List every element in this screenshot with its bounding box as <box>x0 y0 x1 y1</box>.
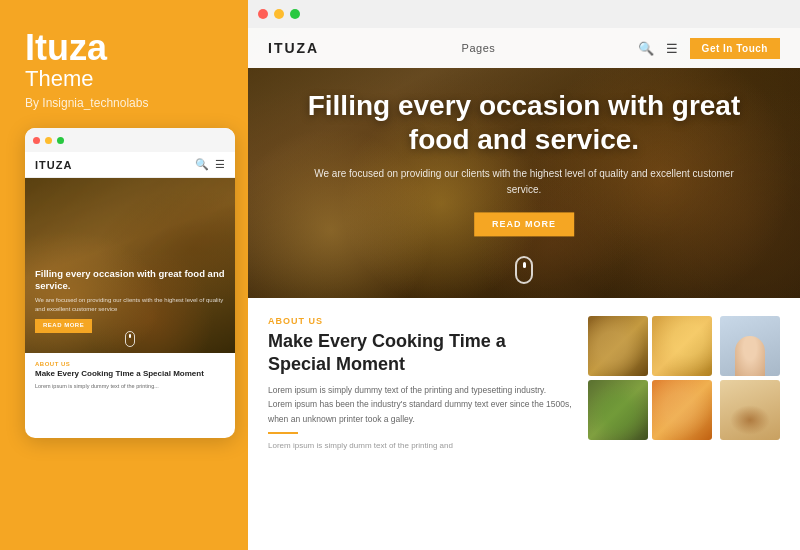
get-in-touch-button[interactable]: Get In Touch <box>690 38 780 59</box>
about-label: ABOUT US <box>268 316 572 326</box>
main-dot-yellow <box>274 9 284 19</box>
food-image-3 <box>588 380 648 440</box>
mini-about-label: ABOUT US <box>35 361 225 367</box>
main-hero: Filling every occasion with great food a… <box>248 28 800 298</box>
main-logo: ITUZA <box>268 40 319 56</box>
mini-dot-green <box>57 137 64 144</box>
main-dot-green <box>290 9 300 19</box>
main-dot-red <box>258 9 268 19</box>
mini-about: ABOUT US Make Every Cooking Time a Speci… <box>25 353 235 395</box>
mini-read-more-button[interactable]: READ MORE <box>35 319 92 333</box>
main-hero-content: Filling every occasion with great food a… <box>303 89 745 236</box>
main-menu-icon[interactable]: ☰ <box>666 41 678 56</box>
about-image-grid <box>588 316 712 532</box>
mini-dot-yellow <box>45 137 52 144</box>
about-body: Lorem ipsum is simply dummy text of the … <box>268 383 572 426</box>
mini-scroll-dot <box>129 334 131 338</box>
brand-by: By Insignia_technolabs <box>25 96 148 110</box>
mini-hero-text: Filling every occasion with great food a… <box>35 268 225 333</box>
person-image-top <box>720 316 780 376</box>
mini-browser-card: ITUZA 🔍 ☰ Filling every occasion with gr… <box>25 128 235 438</box>
food-image-4 <box>652 380 712 440</box>
person-image-bottom <box>720 380 780 440</box>
main-nav-pages[interactable]: Pages <box>462 42 496 54</box>
main-read-more-button[interactable]: READ MORE <box>474 213 574 237</box>
mini-about-title: Make Every Cooking Time a Special Moment <box>35 369 225 379</box>
about-body2: Lorem ipsum is simply dumm text of the p… <box>268 440 572 453</box>
food-image-2 <box>652 316 712 376</box>
mini-scroll-indicator <box>125 331 135 347</box>
mini-nav: ITUZA 🔍 ☰ <box>25 152 235 178</box>
mini-about-text: Lorem ipsum is simply dummy text of the … <box>35 382 225 390</box>
person-image-column <box>720 316 780 532</box>
mini-hero-subtitle: We are focused on providing our clients … <box>35 296 225 313</box>
mini-search-icon: 🔍 <box>195 158 209 171</box>
main-about-section: ABOUT US Make Every Cooking Time a Speci… <box>248 298 800 550</box>
mini-dot-red <box>33 137 40 144</box>
brand-subtitle: Theme <box>25 66 93 92</box>
mini-menu-icon: ☰ <box>215 158 225 171</box>
main-nav: ITUZA Pages 🔍 ☰ Get In Touch <box>248 28 800 68</box>
mini-nav-icons: 🔍 ☰ <box>195 158 225 171</box>
main-hero-title: Filling every occasion with great food a… <box>303 89 745 156</box>
main-browser-bar <box>248 0 800 28</box>
mini-browser-bar <box>25 128 235 152</box>
main-hero-subtitle: We are focused on providing our clients … <box>303 167 745 199</box>
main-nav-right: 🔍 ☰ Get In Touch <box>638 38 780 59</box>
about-text: ABOUT US Make Every Cooking Time a Speci… <box>268 316 588 532</box>
main-search-icon[interactable]: 🔍 <box>638 41 654 56</box>
mini-hero: Filling every occasion with great food a… <box>25 178 235 353</box>
food-image-1 <box>588 316 648 376</box>
main-scroll-indicator <box>515 256 533 284</box>
main-browser: ITUZA Pages 🔍 ☰ Get In Touch Filling eve… <box>248 0 800 550</box>
mini-hero-title: Filling every occasion with great food a… <box>35 268 225 293</box>
left-panel: Ituza Theme By Insignia_technolabs ITUZA… <box>0 0 248 550</box>
about-divider <box>268 432 298 434</box>
about-title: Make Every Cooking Time a Special Moment <box>268 330 572 375</box>
brand-title: Ituza <box>25 30 107 66</box>
mini-logo: ITUZA <box>35 159 72 171</box>
main-scroll-dot <box>523 262 526 268</box>
